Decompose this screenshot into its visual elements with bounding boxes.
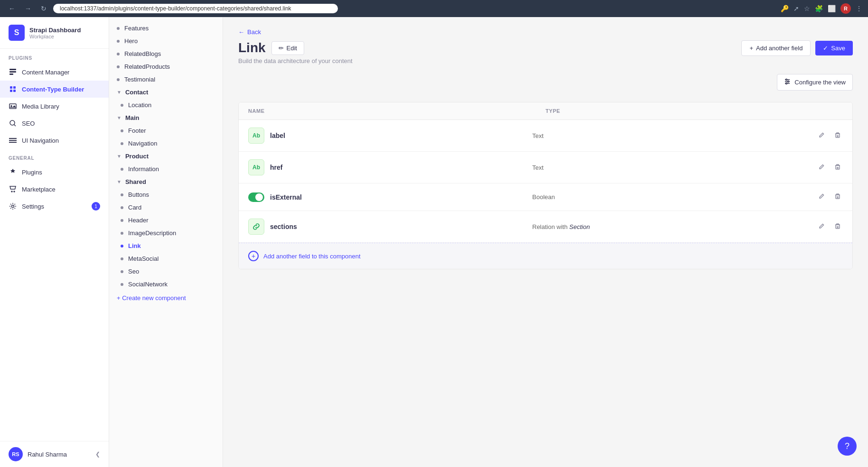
svg-point-14 bbox=[11, 191, 12, 192]
nav-item-label: Header bbox=[128, 217, 149, 224]
svg-rect-3 bbox=[10, 86, 12, 89]
url-bar[interactable]: localhost:1337/admin/plugins/content-typ… bbox=[53, 4, 338, 13]
pencil-icon: ✏ bbox=[279, 45, 284, 52]
nav-item-label: Footer bbox=[128, 127, 146, 134]
sidebar-item-content-manager[interactable]: Content Manager bbox=[0, 64, 109, 81]
app-container: S Strapi Dashboard Workplace PLUGINS Con… bbox=[0, 17, 868, 467]
edit-field-button[interactable] bbox=[816, 130, 827, 142]
edit-field-button[interactable] bbox=[816, 191, 827, 203]
nav-item-footer[interactable]: Footer bbox=[113, 124, 223, 137]
sidebar-item-ui-navigation[interactable]: UI Navigation bbox=[0, 132, 109, 149]
edit-button[interactable]: ✏ Edit bbox=[271, 41, 304, 55]
nav-item-social-network[interactable]: SocialNetwork bbox=[113, 278, 223, 291]
svg-point-22 bbox=[786, 83, 787, 84]
nav-item-label: RelatedBlogs bbox=[124, 50, 161, 57]
nav-item-information[interactable]: Information bbox=[113, 163, 223, 175]
nav-group-shared[interactable]: ▼ Shared bbox=[109, 175, 223, 188]
add-field-to-component-button[interactable]: + Add another field to this component bbox=[239, 243, 852, 269]
nav-item-label: Navigation bbox=[128, 140, 157, 147]
bullet-icon bbox=[121, 283, 123, 286]
nav-item-location[interactable]: Location bbox=[113, 99, 223, 111]
svg-rect-26 bbox=[836, 225, 840, 229]
nav-item-related-blogs[interactable]: RelatedBlogs bbox=[109, 47, 223, 60]
nav-item-hero[interactable]: Hero bbox=[109, 35, 223, 47]
nav-item-related-products[interactable]: RelatedProducts bbox=[109, 60, 223, 73]
chevron-down-icon: ▼ bbox=[117, 115, 121, 120]
nav-group-main[interactable]: ▼ Main bbox=[109, 111, 223, 124]
bullet-icon bbox=[121, 142, 123, 145]
sidebar-item-settings[interactable]: Settings 1 bbox=[0, 198, 109, 215]
nav-item-link[interactable]: Link bbox=[113, 239, 223, 252]
sidebar-item-label: Content-Type Builder bbox=[22, 86, 84, 93]
back-label: Back bbox=[247, 28, 261, 36]
nav-item-buttons[interactable]: Buttons bbox=[113, 188, 223, 201]
nav-item-features[interactable]: Features bbox=[109, 22, 223, 35]
sliders-icon bbox=[784, 78, 791, 86]
settings-badge: 1 bbox=[92, 202, 100, 211]
brand-subtitle: Workplace bbox=[29, 34, 81, 39]
delete-field-button[interactable] bbox=[832, 221, 843, 233]
refresh-nav-button[interactable]: ↻ bbox=[38, 4, 49, 13]
create-new-component-button[interactable]: + Create new component bbox=[109, 291, 194, 305]
nav-group-label: Contact bbox=[125, 89, 148, 96]
nav-item-seo[interactable]: Seo bbox=[113, 265, 223, 278]
nav-item-card[interactable]: Card bbox=[113, 201, 223, 214]
nav-group-product[interactable]: ▼ Product bbox=[109, 150, 223, 163]
collapse-sidebar-button[interactable]: ❮ bbox=[95, 451, 100, 458]
nav-item-testimonial[interactable]: Testimonial bbox=[109, 73, 223, 86]
svg-line-10 bbox=[14, 125, 16, 127]
edit-label: Edit bbox=[287, 45, 297, 52]
menu-icon: ⋮ bbox=[856, 5, 862, 12]
settings-icon bbox=[9, 202, 17, 211]
sidebar-item-marketplace[interactable]: Marketplace bbox=[0, 181, 109, 198]
delete-field-button[interactable] bbox=[832, 130, 843, 142]
svg-rect-23 bbox=[836, 134, 840, 137]
row-actions bbox=[816, 162, 843, 174]
plugins-section-label: PLUGINS bbox=[0, 49, 109, 64]
nav-group-contact[interactable]: ▼ Contact bbox=[109, 86, 223, 99]
sidebar-item-media-library[interactable]: Media Library bbox=[0, 98, 109, 115]
configure-view-button[interactable]: Configure the view bbox=[777, 74, 853, 91]
edit-field-button[interactable] bbox=[816, 162, 827, 174]
field-type-text: Boolean bbox=[532, 193, 817, 201]
page-header: Link ✏ Edit Build the data architecture … bbox=[238, 40, 853, 64]
extensions-icon: 🧩 bbox=[815, 5, 823, 12]
nav-item-image-description[interactable]: ImageDescription bbox=[113, 227, 223, 239]
nav-group-label: Shared bbox=[125, 178, 146, 185]
nav-item-label: Testimonial bbox=[124, 76, 155, 83]
row-actions bbox=[816, 191, 843, 203]
nav-item-header[interactable]: Header bbox=[113, 214, 223, 227]
add-another-field-button[interactable]: + Add another field bbox=[741, 40, 811, 56]
edit-field-button[interactable] bbox=[816, 221, 827, 233]
nav-item-label: Card bbox=[128, 204, 141, 211]
nav-item-meta-social[interactable]: MetaSocial bbox=[113, 252, 223, 265]
bullet-icon bbox=[117, 27, 120, 30]
delete-field-button[interactable] bbox=[832, 162, 843, 174]
sidebar-brand: S Strapi Dashboard Workplace bbox=[0, 17, 109, 49]
field-type-text: Relation with Section bbox=[532, 223, 817, 230]
nav-item-label: Link bbox=[128, 242, 141, 249]
sidebar-item-plugins[interactable]: Plugins bbox=[0, 164, 109, 181]
sidebar-item-seo[interactable]: SEO bbox=[0, 115, 109, 132]
column-type-header: TYPE bbox=[546, 108, 843, 114]
title-text: Link bbox=[238, 40, 266, 55]
page-subtitle: Build the data architecture of your cont… bbox=[238, 57, 353, 64]
svg-point-20 bbox=[786, 79, 787, 81]
delete-field-button[interactable] bbox=[832, 191, 843, 203]
sidebar-item-content-type-builder[interactable]: Content-Type Builder bbox=[0, 81, 109, 98]
save-button[interactable]: ✓ Save bbox=[815, 41, 853, 55]
brand-name: Strapi Dashboard bbox=[29, 27, 81, 34]
help-button[interactable]: ? bbox=[838, 437, 857, 456]
back-nav-button[interactable]: ← bbox=[6, 4, 18, 13]
back-button[interactable]: ← Back bbox=[238, 28, 261, 36]
nav-item-navigation[interactable]: Navigation bbox=[113, 137, 223, 150]
nav-group-product-children: Information bbox=[109, 163, 223, 175]
save-label: Save bbox=[831, 45, 845, 52]
media-library-icon bbox=[9, 102, 17, 110]
field-name: label bbox=[270, 132, 285, 139]
bullet-icon bbox=[121, 193, 123, 196]
page-title-area: Link ✏ Edit Build the data architecture … bbox=[238, 40, 353, 64]
forward-nav-button[interactable]: → bbox=[22, 4, 34, 13]
bullet-icon bbox=[121, 270, 123, 273]
nav-group-label: Main bbox=[125, 114, 140, 121]
